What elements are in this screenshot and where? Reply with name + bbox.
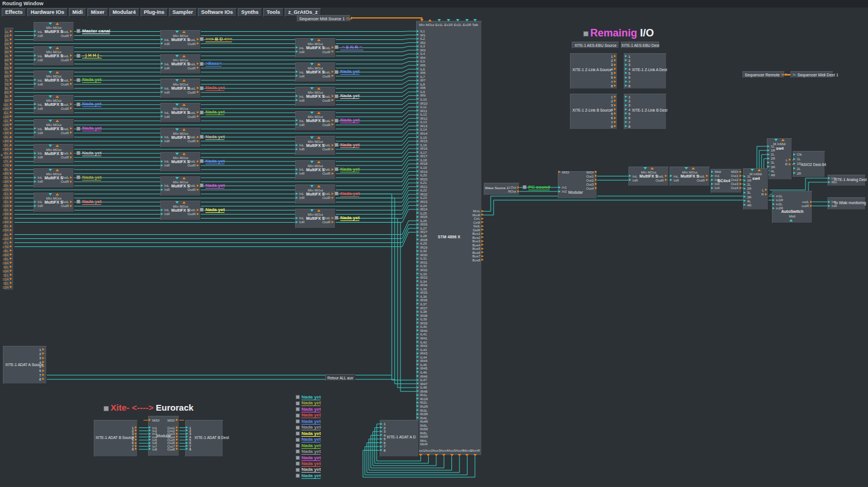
aes-ebu-source-module[interactable]: XITE-1 AES-EBU Source — [572, 42, 619, 49]
in-port-arrow-icon[interactable] — [558, 186, 561, 189]
module-icon[interactable] — [583, 31, 589, 36]
out-port-arrow-icon[interactable] — [517, 190, 520, 193]
module-icon[interactable] — [296, 462, 300, 466]
in-port-arrow-icon[interactable] — [625, 59, 627, 61]
in-port-arrow-icon[interactable] — [417, 193, 419, 195]
in-port-arrow-icon[interactable] — [34, 180, 36, 183]
midi-in-arrow-icon[interactable] — [175, 79, 179, 82]
in-port-arrow-icon[interactable] — [625, 76, 627, 79]
in-port-arrow-icon[interactable] — [417, 386, 419, 389]
out-port-arrow-icon[interactable] — [135, 426, 137, 429]
out-port-arrow-icon[interactable] — [10, 91, 12, 93]
in-port-arrow-icon[interactable] — [417, 185, 419, 187]
out-port-arrow-icon[interactable] — [740, 171, 742, 173]
out-port-arrow-icon[interactable] — [10, 270, 12, 272]
out-port-arrow-icon[interactable] — [481, 233, 484, 235]
in-port-arrow-icon[interactable] — [149, 426, 151, 429]
in-port-arrow-icon[interactable] — [417, 390, 419, 392]
in-port-arrow-icon[interactable] — [711, 187, 713, 189]
out-port-arrow-icon[interactable] — [614, 68, 616, 70]
midi-out-arrow-icon[interactable] — [56, 145, 59, 147]
in-port-arrow-icon[interactable] — [417, 34, 419, 36]
in-port-arrow-icon[interactable] — [744, 204, 746, 206]
in-port-arrow-icon[interactable] — [417, 394, 419, 396]
out-port-arrow-icon[interactable] — [10, 75, 12, 77]
in-port-arrow-icon[interactable] — [417, 94, 419, 97]
out-port-arrow-icon[interactable] — [740, 175, 742, 177]
midi-in-arrow-icon[interactable] — [420, 19, 424, 21]
in-port-arrow-icon[interactable] — [417, 140, 419, 142]
out-port-arrow-icon[interactable] — [197, 42, 199, 45]
out-port-arrow-icon[interactable] — [10, 164, 12, 167]
in-port-arrow-icon[interactable] — [417, 238, 419, 241]
out-port-arrow-icon[interactable] — [10, 71, 12, 73]
midi-in-arrow-icon[interactable] — [49, 95, 52, 98]
out-port-arrow-icon[interactable] — [176, 442, 178, 444]
menu-item-hardware-ios[interactable]: Hardware IOs — [27, 8, 68, 17]
module-icon[interactable] — [296, 449, 300, 453]
aux-out-arrow-icon[interactable] — [465, 454, 469, 456]
out-port-arrow-icon[interactable] — [10, 257, 12, 260]
in-port-arrow-icon[interactable] — [417, 352, 419, 355]
aux-out-arrow-icon[interactable] — [442, 454, 446, 456]
in-port-arrow-icon[interactable] — [417, 231, 419, 233]
out-port-arrow-icon[interactable] — [10, 50, 12, 53]
out-port-arrow-icon[interactable] — [706, 179, 708, 181]
in-port-arrow-icon[interactable] — [625, 95, 627, 98]
out-port-arrow-icon[interactable] — [595, 183, 597, 185]
menu-item-sampler[interactable]: Sampler — [169, 8, 197, 17]
midi-in-arrow-icon[interactable] — [175, 201, 179, 204]
in-port-arrow-icon[interactable] — [773, 195, 775, 197]
in-port-arrow-icon[interactable] — [34, 156, 36, 158]
in-port-arrow-icon[interactable] — [828, 201, 830, 203]
midi-out-arrow-icon[interactable] — [56, 47, 59, 49]
out-port-arrow-icon[interactable] — [10, 213, 12, 215]
out-port-arrow-icon[interactable] — [614, 55, 616, 57]
in-port-arrow-icon[interactable] — [149, 438, 151, 441]
in-port-arrow-icon[interactable] — [417, 170, 419, 172]
in-port-arrow-icon[interactable] — [417, 204, 419, 206]
midi-out-arrow-icon[interactable] — [182, 79, 186, 82]
out-port-arrow-icon[interactable] — [70, 205, 72, 207]
out-port-arrow-icon[interactable] — [10, 249, 12, 252]
out-port-arrow-icon[interactable] — [10, 62, 12, 65]
in-port-arrow-icon[interactable] — [161, 42, 163, 45]
midi-out-arrow-icon[interactable] — [692, 167, 695, 169]
in-port-arrow-icon[interactable] — [380, 434, 382, 436]
in-port-arrow-icon[interactable] — [793, 158, 796, 160]
out-port-arrow-icon[interactable] — [10, 107, 12, 109]
out-port-arrow-icon[interactable] — [10, 95, 12, 97]
out-port-arrow-icon[interactable] — [10, 144, 12, 146]
module-icon[interactable] — [334, 119, 339, 123]
out-port-arrow-icon[interactable] — [614, 80, 616, 83]
in-port-arrow-icon[interactable] — [417, 416, 419, 419]
in-port-arrow-icon[interactable] — [417, 405, 419, 407]
in-port-arrow-icon[interactable] — [417, 219, 419, 222]
in-port-arrow-icon[interactable] — [773, 199, 775, 201]
midi-in-arrow-icon[interactable] — [310, 185, 314, 187]
out-port-arrow-icon[interactable] — [10, 176, 12, 179]
in-port-arrow-icon[interactable] — [34, 131, 36, 134]
midi-in-arrow-icon[interactable] — [465, 19, 469, 21]
midi-in-arrow-icon[interactable] — [49, 71, 52, 73]
in-port-arrow-icon[interactable] — [417, 363, 419, 366]
module-icon[interactable] — [200, 62, 204, 66]
out-port-arrow-icon[interactable] — [10, 58, 12, 61]
out-port-arrow-icon[interactable] — [176, 419, 178, 421]
out-port-arrow-icon[interactable] — [197, 164, 199, 167]
in-port-arrow-icon[interactable] — [417, 345, 419, 347]
in-port-arrow-icon[interactable] — [625, 104, 627, 106]
out-port-arrow-icon[interactable] — [10, 119, 12, 121]
in-port-arrow-icon[interactable] — [417, 246, 419, 248]
in-port-arrow-icon[interactable] — [380, 430, 382, 433]
in-port-arrow-icon[interactable] — [417, 56, 419, 58]
out-port-arrow-icon[interactable] — [614, 76, 616, 79]
out-port-arrow-icon[interactable] — [176, 429, 178, 431]
out-port-arrow-icon[interactable] — [10, 217, 12, 219]
in-port-arrow-icon[interactable] — [417, 121, 419, 123]
in-port-arrow-icon[interactable] — [773, 203, 775, 205]
in-port-arrow-icon[interactable] — [625, 64, 627, 66]
midi-out-arrow-icon[interactable] — [182, 153, 186, 155]
in-port-arrow-icon[interactable] — [417, 280, 419, 282]
in-port-arrow-icon[interactable] — [417, 382, 419, 385]
